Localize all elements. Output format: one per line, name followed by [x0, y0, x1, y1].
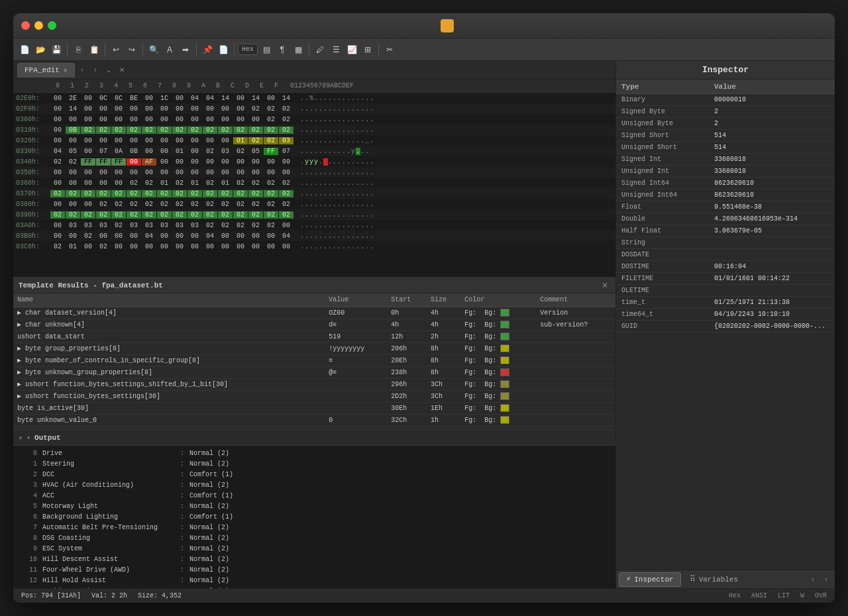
hex-byte[interactable]: 00: [218, 158, 233, 166]
hex-byte[interactable]: 01: [172, 148, 187, 155]
hex-byte[interactable]: 02: [233, 222, 248, 229]
hex-row[interactable]: 0320h:00000000000000000000000001020203..…: [13, 135, 615, 146]
copy-button[interactable]: ⎘: [71, 42, 85, 57]
tab-next-button[interactable]: ›: [89, 64, 101, 76]
hex-row[interactable]: 02F0h:00140000000000000000000000020202..…: [13, 103, 615, 114]
hex-byte[interactable]: BE: [127, 95, 141, 102]
hex-byte[interactable]: 01: [66, 243, 80, 250]
hex-byte[interactable]: 00: [142, 116, 156, 123]
hex-byte[interactable]: 02: [218, 190, 233, 197]
hex-byte[interactable]: 02: [127, 180, 141, 187]
hex-byte[interactable]: 02: [248, 211, 263, 219]
hex-byte[interactable]: 02: [127, 190, 141, 197]
hex-byte[interactable]: FF: [96, 158, 111, 166]
hex-rows[interactable]: 02E0h:002E000C0CBE001C0004041400140014..…: [13, 93, 615, 277]
inspector-row[interactable]: Unsigned Int33686018: [616, 166, 835, 178]
hex-byte[interactable]: 07: [279, 148, 293, 155]
hex-byte[interactable]: 02: [142, 127, 156, 134]
hex-byte[interactable]: AF: [142, 158, 156, 166]
tab-fpa-edit[interactable]: FPA_edit ✕: [17, 63, 75, 77]
hex-byte[interactable]: 00: [157, 232, 172, 240]
hex-byte[interactable]: 00: [157, 169, 172, 176]
hex-byte[interactable]: 04: [203, 232, 217, 240]
edit-button[interactable]: 🖊: [313, 42, 327, 57]
hex-byte[interactable]: 03: [142, 222, 156, 229]
hex-byte[interactable]: 00: [157, 137, 172, 144]
hex-row[interactable]: 0370h:02020202020202020202020202020202..…: [13, 188, 615, 199]
hex-byte[interactable]: 00: [81, 243, 95, 250]
hex-byte[interactable]: 00: [203, 116, 217, 123]
hex-byte[interactable]: 00: [203, 243, 217, 250]
hex-byte[interactable]: 00: [81, 180, 95, 187]
hex-byte[interactable]: 00: [111, 105, 126, 113]
script-button[interactable]: ✂: [382, 42, 397, 57]
hex-byte[interactable]: 00: [248, 243, 263, 250]
hex-byte[interactable]: 02: [50, 158, 65, 166]
hex-byte[interactable]: 00: [218, 243, 233, 250]
hex-row[interactable]: 0340h:0202FFFFFF00AF000000000000000000.y…: [13, 156, 615, 167]
hex-byte[interactable]: 00: [172, 137, 187, 144]
maximize-button[interactable]: [48, 21, 56, 30]
hex-byte[interactable]: 00: [81, 137, 95, 144]
hex-byte[interactable]: 00: [172, 116, 187, 123]
hex-byte[interactable]: 00: [233, 105, 248, 113]
hex-byte[interactable]: 07: [96, 148, 111, 155]
table-row[interactable]: ▶ ushort function_bytes_settings[30]2D2h…: [13, 390, 615, 402]
tools-button[interactable]: ⊞: [360, 42, 375, 57]
table-row[interactable]: ▶ byte unknown_group_properties[8]@≡238h…: [13, 366, 615, 378]
hex-byte[interactable]: 00: [142, 243, 156, 250]
hex-byte[interactable]: 02: [187, 190, 202, 197]
find-replace-button[interactable]: A: [162, 42, 177, 57]
hex-byte[interactable]: 01: [157, 180, 172, 187]
hex-byte[interactable]: 02: [157, 211, 172, 219]
hex-byte[interactable]: 00: [233, 243, 248, 250]
hex-byte[interactable]: 00: [50, 116, 65, 123]
inspector-row[interactable]: DOSTIME00:16:04: [616, 261, 835, 273]
close-button[interactable]: [21, 21, 30, 30]
hex-byte[interactable]: 02: [233, 190, 248, 197]
hex-byte[interactable]: 0B: [127, 148, 141, 155]
hex-row[interactable]: 03C0h:02010002000000000000000000000000..…: [13, 241, 615, 252]
hex-byte[interactable]: 00: [157, 105, 172, 113]
tab-prev-button[interactable]: ‹: [76, 64, 88, 76]
tab-close-icon[interactable]: ✕: [64, 66, 68, 74]
hex-byte[interactable]: 02: [172, 190, 187, 197]
hex-byte[interactable]: 00: [111, 137, 126, 144]
inspector-row[interactable]: GUID{02020202-0002-0000-0000-...: [616, 321, 835, 333]
hex-byte[interactable]: 02: [96, 127, 111, 134]
hex-byte[interactable]: FF: [264, 148, 278, 155]
tab-dropdown-button[interactable]: ⌄: [103, 64, 115, 76]
hex-byte[interactable]: 00: [157, 158, 172, 166]
hex-byte[interactable]: 02: [279, 190, 293, 197]
hex-byte[interactable]: 02: [50, 211, 65, 219]
hex-byte[interactable]: 00: [66, 201, 80, 208]
hex-byte[interactable]: 02: [81, 190, 95, 197]
hex-byte[interactable]: 02: [233, 201, 248, 208]
table-row[interactable]: ushort data_start51912h2hFg: Bg:: [13, 331, 615, 342]
hex-byte[interactable]: 02: [96, 243, 111, 250]
hex-byte[interactable]: 02: [96, 201, 111, 208]
hex-byte[interactable]: 0B: [66, 127, 80, 134]
goto-button[interactable]: ➡: [178, 42, 193, 57]
hex-byte[interactable]: 00: [66, 137, 80, 144]
paste-button[interactable]: 📋: [87, 42, 101, 57]
hex-byte[interactable]: 00: [96, 137, 111, 144]
hex-byte[interactable]: 00: [157, 243, 172, 250]
hex-byte[interactable]: 02: [203, 190, 217, 197]
hex-byte[interactable]: 00: [50, 95, 65, 102]
hex-byte[interactable]: 0A: [111, 148, 126, 155]
hex-byte[interactable]: 02: [264, 105, 278, 113]
hex-byte[interactable]: 02: [172, 201, 187, 208]
inspector-row[interactable]: Unsigned Int648623620610: [616, 189, 835, 201]
hex-byte[interactable]: 00: [81, 105, 95, 113]
hex-byte[interactable]: 00: [218, 105, 233, 113]
hex-byte[interactable]: 00: [203, 105, 217, 113]
inspector-row[interactable]: Signed Short514: [616, 130, 835, 142]
hex-byte[interactable]: 00: [187, 137, 202, 144]
hex-byte[interactable]: 02: [172, 211, 187, 219]
hex-byte[interactable]: 00: [50, 105, 65, 113]
hex-byte[interactable]: 14: [218, 95, 233, 102]
new-file-button[interactable]: 📄: [17, 42, 32, 57]
bookmark-button[interactable]: 📌: [200, 42, 215, 57]
hex-byte[interactable]: 00: [279, 243, 293, 250]
